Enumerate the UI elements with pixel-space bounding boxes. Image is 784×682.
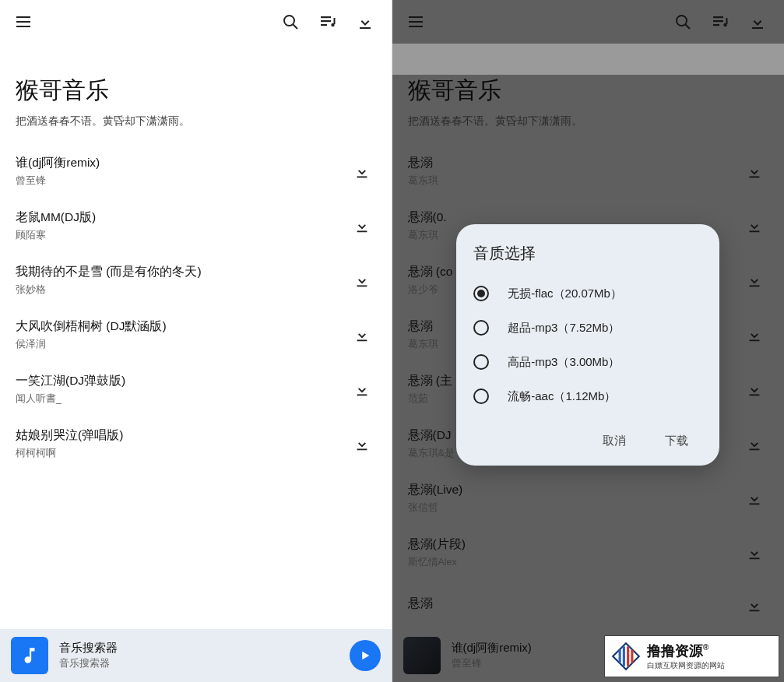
song-info: 谁(dj阿衡remix)曾至锋 [16, 155, 348, 188]
search-button[interactable] [667, 6, 698, 37]
song-info: 一笑江湖(DJ弹鼓版)闻人听書_ [16, 373, 348, 406]
song-list-left: 谁(dj阿衡remix)曾至锋老鼠MM(DJ版)顾陌寒我期待的不是雪 (而是有你… [16, 138, 376, 471]
song-download-button[interactable] [740, 157, 768, 185]
song-artist: 张信哲 [408, 501, 741, 515]
song-row[interactable]: 谁(dj阿衡remix)曾至锋 [16, 144, 376, 199]
song-artist: 曾至锋 [16, 174, 348, 188]
song-info: 大风吹倒梧桐树 (DJ默涵版)侯泽润 [16, 318, 348, 351]
song-row[interactable]: 悬溺(Live)张信哲 [408, 471, 769, 526]
quality-label: 超品-mp3（7.52Mb） [508, 321, 620, 336]
song-download-button[interactable] [348, 266, 376, 294]
song-row[interactable]: 一笑江湖(DJ弹鼓版)闻人听書_ [16, 362, 376, 417]
music-note-icon [19, 645, 40, 666]
svg-rect-22 [713, 16, 723, 18]
song-download-button[interactable] [740, 321, 768, 349]
player-art[interactable] [11, 637, 48, 674]
radio-icon [473, 286, 489, 301]
song-title: 悬溺(0. [408, 209, 741, 226]
song-row[interactable]: 我期待的不是雪 (而是有你的冬天)张妙格 [16, 253, 376, 308]
cancel-button[interactable]: 取消 [595, 427, 634, 455]
dialog-actions: 取消 下载 [472, 427, 704, 455]
song-row[interactable]: 悬溺(片段)斯忆情Alex [408, 526, 769, 580]
quality-option[interactable]: 超品-mp3（7.52Mb） [472, 311, 704, 345]
song-download-button[interactable] [348, 321, 376, 349]
song-artist: 闻人听書_ [16, 392, 348, 406]
download-icon [353, 163, 371, 180]
player-title: 音乐搜索器 [59, 641, 339, 656]
app-subtitle: 把酒送春春不语。黄昏却下潇潇雨。 [16, 114, 376, 128]
song-row[interactable]: 老鼠MM(DJ版)顾陌寒 [16, 199, 376, 253]
song-download-button[interactable] [348, 375, 376, 403]
watermark-main: 撸撸资源® [647, 642, 774, 660]
svg-rect-23 [713, 20, 723, 22]
play-icon [358, 649, 372, 663]
song-download-button[interactable] [740, 212, 768, 240]
download-icon [353, 381, 371, 398]
quality-option[interactable]: 无损-flac（20.07Mb） [472, 276, 704, 311]
download-icon [356, 12, 374, 31]
svg-rect-37 [619, 650, 621, 663]
song-download-button[interactable] [740, 430, 768, 458]
player-subtitle: 音乐搜索器 [59, 657, 339, 670]
svg-rect-9 [333, 18, 335, 24]
svg-rect-35 [750, 557, 760, 559]
content: 猴哥音乐 把酒送春春不语。黄昏却下潇潇雨。 谁(dj阿衡remix)曾至锋老鼠M… [0, 75, 392, 471]
download-icon [746, 217, 763, 234]
quality-label: 流畅-aac（1.12Mb） [508, 389, 616, 404]
song-title: 悬溺(片段) [408, 536, 741, 553]
quality-option[interactable]: 高品-mp3（3.00Mb） [472, 345, 704, 379]
song-download-button[interactable] [740, 484, 768, 512]
play-button[interactable] [350, 640, 381, 671]
svg-rect-16 [357, 448, 367, 450]
song-download-button[interactable] [348, 212, 376, 240]
download-button[interactable] [350, 6, 381, 37]
song-info: 悬溺(Live)张信哲 [408, 482, 741, 515]
player-art[interactable] [403, 637, 441, 674]
song-download-button[interactable] [348, 430, 376, 458]
download-button[interactable] [742, 6, 773, 37]
svg-rect-33 [750, 448, 760, 450]
song-row[interactable]: 悬溺 [408, 580, 769, 630]
quality-label: 无损-flac（20.07Mb） [508, 287, 622, 301]
song-row[interactable]: 大风吹倒梧桐树 (DJ默涵版)侯泽润 [16, 308, 376, 362]
song-row[interactable]: 姑娘别哭泣(弹唱版)柯柯柯啊 [16, 417, 376, 471]
song-title: 姑娘别哭泣(弹唱版) [16, 427, 348, 444]
app-title: 猴哥音乐 [16, 75, 376, 107]
song-download-button[interactable] [740, 375, 768, 403]
song-download-button[interactable] [740, 591, 768, 619]
download-icon [746, 272, 763, 289]
player-bar[interactable]: 音乐搜索器 音乐搜索器 [0, 629, 392, 682]
svg-rect-15 [357, 394, 367, 395]
song-title: 老鼠MM(DJ版) [16, 209, 348, 226]
download-icon [746, 163, 763, 180]
song-artist: 葛东琪 [408, 174, 741, 188]
confirm-button[interactable]: 下载 [657, 427, 696, 455]
player-text: 音乐搜索器 音乐搜索器 [59, 641, 339, 670]
watermark-logo-icon [610, 640, 642, 673]
song-info: 悬溺葛东琪 [408, 155, 741, 188]
quality-option[interactable]: 流畅-aac（1.12Mb） [472, 379, 704, 413]
svg-rect-29 [750, 230, 760, 232]
svg-rect-5 [321, 16, 331, 18]
song-download-button[interactable] [740, 539, 768, 567]
hamburger-icon [14, 12, 33, 31]
song-download-button[interactable] [348, 157, 376, 185]
playlist-button[interactable] [705, 6, 736, 37]
song-title: 一笑江湖(DJ弹鼓版) [16, 373, 348, 389]
svg-rect-14 [357, 339, 367, 341]
menu-button[interactable] [8, 6, 39, 37]
download-icon [748, 12, 767, 31]
svg-rect-34 [750, 503, 760, 504]
search-button[interactable] [275, 6, 306, 37]
svg-line-4 [293, 25, 297, 30]
menu-button[interactable] [400, 6, 431, 37]
playlist-button[interactable] [312, 6, 343, 37]
svg-rect-11 [357, 176, 367, 178]
svg-rect-30 [750, 285, 760, 287]
song-download-button[interactable] [740, 266, 768, 294]
song-row[interactable]: 悬溺葛东琪 [408, 144, 769, 199]
svg-rect-12 [357, 230, 367, 232]
download-icon [353, 435, 371, 452]
quality-options: 无损-flac（20.07Mb）超品-mp3（7.52Mb）高品-mp3（3.0… [472, 276, 704, 413]
svg-rect-39 [627, 646, 629, 666]
